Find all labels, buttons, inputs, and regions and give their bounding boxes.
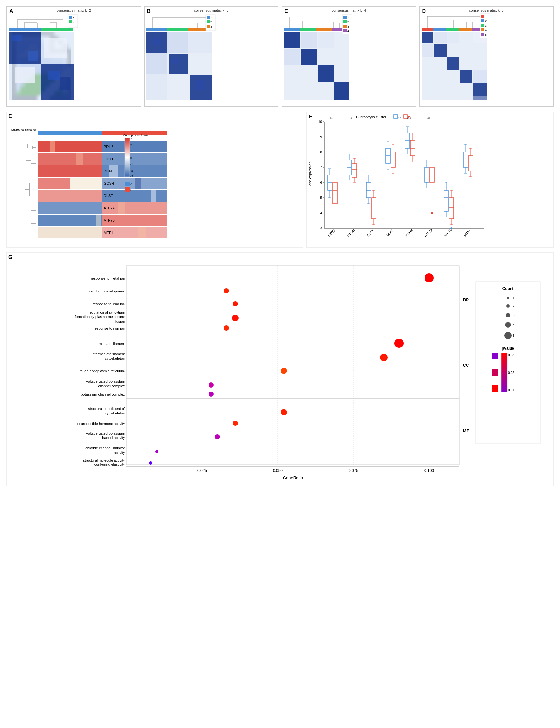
dot-lead-ion xyxy=(233,301,238,306)
svg-rect-181 xyxy=(394,115,398,118)
boxplot-pdhb: *** PDHB xyxy=(405,117,415,237)
svg-rect-99 xyxy=(459,28,472,31)
dot-voltage-gated-k-activity xyxy=(215,434,220,439)
label-regulation-syncytium-3: fusion xyxy=(115,319,125,323)
dot-intermediate-filament xyxy=(394,339,403,348)
svg-text:B: B xyxy=(130,188,132,192)
svg-text:1: 1 xyxy=(130,150,132,153)
svg-text:10: 10 xyxy=(318,120,322,124)
gene-label-dlst: DLST xyxy=(104,194,113,198)
svg-rect-19 xyxy=(15,67,35,83)
svg-rect-321 xyxy=(501,353,507,392)
svg-rect-208 xyxy=(333,182,337,204)
label-intermediate-filament-cyto-1: intermediate filament xyxy=(92,352,125,356)
svg-rect-161 xyxy=(50,141,55,152)
svg-rect-20 xyxy=(44,38,67,58)
dot-iron-ion xyxy=(224,325,229,331)
svg-rect-114 xyxy=(481,15,484,18)
label-response-to-metal-ion: response to metal ion xyxy=(91,276,125,280)
pvalue-mid: 0.02 xyxy=(508,371,514,375)
panel-a-svg: 1 2 xyxy=(8,13,139,100)
svg-rect-222 xyxy=(352,164,357,177)
svg-rect-24 xyxy=(69,20,72,23)
gene-label-gcsh: GCSH xyxy=(104,182,114,185)
svg-rect-236 xyxy=(371,198,376,219)
label-rough-er: rough endoplasmic reticulum xyxy=(79,369,125,373)
boxplot-atp7a: *** ATP7A xyxy=(424,117,434,237)
svg-text:1: 1 xyxy=(485,15,487,18)
cluster-a-legend: A xyxy=(398,115,401,119)
svg-rect-165 xyxy=(151,190,156,202)
label-chloride-channel-1: chloride channel inhibitor xyxy=(85,446,125,450)
panel-e-label: E xyxy=(8,114,12,119)
svg-rect-109 xyxy=(447,32,459,43)
svg-rect-148 xyxy=(38,165,102,177)
dot-neuropeptide xyxy=(233,421,238,426)
svg-rect-141 xyxy=(38,131,102,135)
row1-consensus: A consensus matrix k=2 xyxy=(6,6,554,107)
boxplot-gcsh: ** GCSH xyxy=(346,117,357,237)
panel-f-label: F xyxy=(309,114,312,119)
dot-voltage-gated-k-complex xyxy=(209,382,214,388)
svg-text:-2: -2 xyxy=(130,169,133,172)
svg-text:5: 5 xyxy=(320,196,322,200)
svg-rect-80 xyxy=(343,20,346,23)
panel-g-svg: 0.025 0.050 0.075 0.100 GeneRatio BP CC … xyxy=(13,256,556,482)
svg-rect-44 xyxy=(189,32,212,53)
label-regulation-syncytium-2: formation by plasma membrane xyxy=(75,315,125,319)
svg-rect-167 xyxy=(96,215,101,226)
label-response-to-lead-ion: response to lead ion xyxy=(93,302,125,306)
panel-c: C consensus matrix k=4 xyxy=(281,6,416,107)
svg-text:**: ** xyxy=(349,117,352,121)
dot-rough-er xyxy=(280,368,287,374)
svg-rect-66 xyxy=(300,28,316,31)
panel-a-title: consensus matrix k=2 xyxy=(56,8,91,12)
svg-rect-72 xyxy=(317,65,334,82)
svg-text:9: 9 xyxy=(320,135,322,139)
boxplot-mtf1: MTF1 xyxy=(463,144,473,237)
svg-rect-76 xyxy=(317,32,334,48)
main-container: A consensus matrix k=2 xyxy=(0,0,560,492)
panel-b: B consensus matrix k=3 xyxy=(144,6,279,107)
panel-a: A consensus matrix k=2 xyxy=(6,6,141,107)
gene-label-lipt1: LIPT1 xyxy=(104,157,113,161)
svg-text:2: 2 xyxy=(485,19,487,23)
svg-text:GCSH: GCSH xyxy=(346,228,356,237)
svg-rect-18 xyxy=(60,77,70,90)
label-notochord-development: notochord development xyxy=(88,289,125,293)
x-tick-0050: 0.050 xyxy=(273,469,282,473)
svg-rect-65 xyxy=(284,28,300,31)
svg-rect-146 xyxy=(38,153,102,165)
svg-text:0: 0 xyxy=(130,156,132,160)
dot-response-metal-ion xyxy=(424,273,434,282)
svg-text:-1: -1 xyxy=(130,163,133,166)
section-bp: BP xyxy=(463,297,469,302)
gene-label-atp7b: ATP7B xyxy=(104,218,115,222)
svg-rect-157 xyxy=(38,215,102,226)
svg-rect-16 xyxy=(28,51,38,61)
svg-text:2: 2 xyxy=(211,20,212,24)
svg-text:3: 3 xyxy=(130,137,132,140)
svg-rect-67 xyxy=(316,28,332,31)
count-1-label: 1 xyxy=(513,296,515,300)
panel-e-svg: Cuproptosis cluster xyxy=(7,112,302,248)
label-structural-molecule-2: conferring elasticity xyxy=(94,462,125,466)
svg-rect-319 xyxy=(126,398,459,465)
label-voltage-gated-k-activity-2: channel activity xyxy=(101,436,125,440)
svg-text:1: 1 xyxy=(73,16,74,19)
gene-label-pdhb: PDHB xyxy=(104,145,114,149)
panel-b-label: B xyxy=(147,8,151,14)
pvalue-max: 0.03 xyxy=(508,353,514,357)
svg-rect-285 xyxy=(444,190,448,211)
boxplot-lipt1: ** LIPT1 xyxy=(327,117,337,237)
svg-rect-45 xyxy=(147,74,168,100)
svg-rect-150 xyxy=(38,178,70,189)
count-2-label: 2 xyxy=(513,304,515,308)
svg-text:***: *** xyxy=(407,117,411,121)
panel-d: D consensus matrix k=5 xyxy=(419,6,554,107)
row2-ef: E xyxy=(6,112,554,248)
panel-e: E xyxy=(6,112,303,248)
svg-text:ATP7A: ATP7A xyxy=(424,228,434,237)
svg-rect-82 xyxy=(343,25,346,28)
svg-rect-102 xyxy=(422,32,433,43)
